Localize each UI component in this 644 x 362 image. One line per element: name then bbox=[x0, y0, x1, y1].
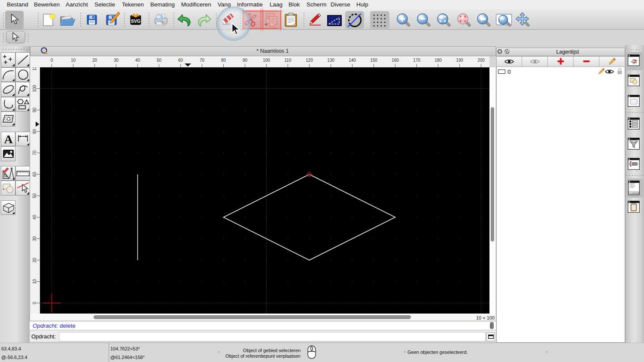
svg-text:40: 40 bbox=[135, 58, 140, 63]
svg-text:60: 60 bbox=[32, 172, 37, 177]
svg-text:50: 50 bbox=[157, 58, 162, 63]
svg-text:50: 50 bbox=[32, 193, 37, 199]
svg-text:10: 10 bbox=[71, 58, 76, 63]
svg-text:100: 100 bbox=[263, 58, 270, 63]
svg-text:60: 60 bbox=[178, 58, 183, 63]
svg-text:190: 190 bbox=[456, 58, 463, 63]
svg-text:200: 200 bbox=[477, 58, 485, 63]
svg-text:0: 0 bbox=[32, 302, 37, 304]
svg-text:140: 140 bbox=[349, 58, 356, 63]
svg-text:30: 30 bbox=[114, 58, 119, 63]
svg-text:SVG: SVG bbox=[131, 18, 140, 24]
svg-text:A: A bbox=[4, 133, 13, 146]
svg-text:20: 20 bbox=[92, 58, 97, 63]
svg-text:110: 110 bbox=[285, 58, 292, 63]
svg-text:80: 80 bbox=[221, 58, 226, 63]
svg-text:90: 90 bbox=[32, 108, 37, 113]
svg-text:90: 90 bbox=[243, 58, 248, 63]
svg-text:20: 20 bbox=[32, 258, 37, 263]
svg-text:70: 70 bbox=[32, 151, 37, 156]
svg-text:110: 110 bbox=[32, 67, 37, 70]
svg-text:180: 180 bbox=[434, 58, 442, 63]
svg-text:160: 160 bbox=[392, 58, 399, 63]
svg-text:150: 150 bbox=[370, 58, 377, 63]
svg-text:80: 80 bbox=[32, 129, 37, 134]
svg-text:70: 70 bbox=[200, 58, 205, 63]
svg-text:100: 100 bbox=[32, 85, 37, 92]
svg-text:0: 0 bbox=[51, 58, 53, 63]
svg-text:10: 10 bbox=[32, 279, 37, 284]
svg-text:120: 120 bbox=[306, 58, 313, 63]
svg-text:c command: c command bbox=[630, 192, 640, 194]
svg-text:170: 170 bbox=[413, 58, 420, 63]
svg-text:40: 40 bbox=[32, 215, 37, 220]
svg-text:30: 30 bbox=[32, 236, 37, 241]
svg-text:130: 130 bbox=[327, 58, 334, 63]
